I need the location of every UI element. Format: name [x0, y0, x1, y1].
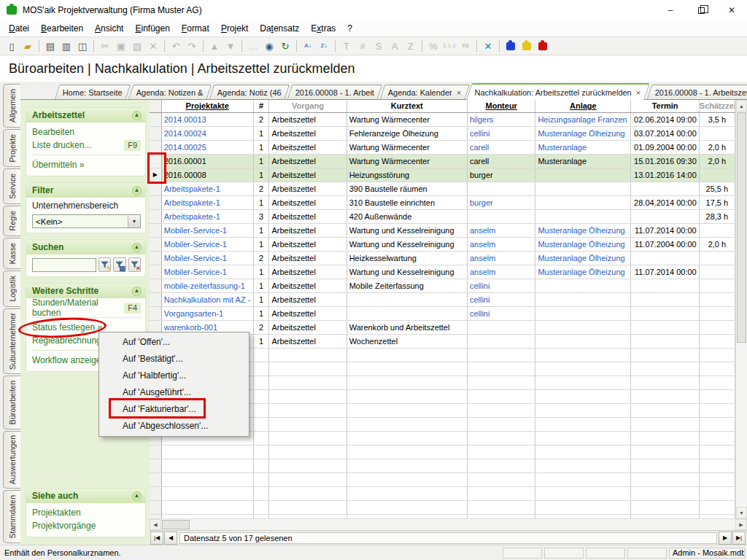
menu-datei[interactable]: Datei [3, 22, 35, 35]
workflow-tab-logistik[interactable]: Logistik [3, 271, 20, 307]
next-record-button[interactable]: ▶ [719, 532, 732, 545]
workflow-tab-regie[interactable]: Regie [3, 206, 20, 236]
panel-link-projektakten[interactable]: Projektakten [32, 506, 141, 519]
cell-monteur[interactable]: anselm [468, 252, 536, 265]
workflow-tab-service[interactable]: Service [3, 168, 20, 204]
cell-projektakte[interactable]: Mobiler-Service-1 [162, 252, 254, 265]
new-document-icon[interactable]: ▯ [4, 39, 20, 53]
tab-home-startseite[interactable]: Home: Startseite [55, 85, 131, 99]
row-selector[interactable] [150, 265, 162, 279]
tab-close-icon[interactable]: × [636, 88, 640, 97]
filter-form-button[interactable]: ▤ [113, 257, 125, 272]
unternehmensbereich-select[interactable]: <Kein> ▼ [32, 214, 141, 228]
cell-projektakte[interactable]: Arbeitspakete-1 [162, 196, 254, 209]
apply-filter-button[interactable]: ϟ [98, 257, 111, 272]
cell-anlage[interactable]: Heizungsanlage Franzen [535, 113, 631, 126]
column-header-nr[interactable]: # [254, 100, 270, 112]
cell-monteur[interactable]: carell [468, 155, 536, 168]
cell-projektakte[interactable]: Vorgangsarten-1 [162, 307, 254, 320]
puzzle-yellow-icon[interactable] [519, 39, 535, 53]
menu-datensatz[interactable]: Datensatz [254, 22, 305, 35]
refresh-icon[interactable]: ↻ [277, 39, 293, 53]
cell-projektakte[interactable]: 2014.00013 [162, 113, 254, 126]
sort-descending-icon[interactable]: Z↓ [316, 39, 332, 53]
menu-extras[interactable]: Extras [305, 22, 341, 35]
row-selector[interactable] [150, 182, 162, 195]
tab-nachkalkulation-arbeitszettel-zur-ckmelden[interactable]: Nachkalkulation: Arbeitszettel zurückmel… [467, 83, 650, 100]
sort-ascending-icon[interactable]: A↓ [300, 39, 316, 53]
section-header[interactable]: Suchen ▲ [26, 240, 145, 254]
horizontal-scrollbar[interactable]: ◀ ▶ [150, 518, 747, 530]
dropdown-arrow-icon[interactable]: ▼ [128, 215, 140, 228]
cell-projektakte[interactable]: Arbeitspakete-1 [162, 210, 254, 223]
tab-agenda-kalender[interactable]: Agenda: Kalender× [380, 85, 470, 99]
cell-monteur[interactable]: anselm [468, 265, 536, 279]
panel-link-stunden-material-buchen[interactable]: Stunden/Material buchenF4 [32, 301, 141, 314]
close-button[interactable]: ✕ [716, 0, 747, 20]
scroll-right-icon[interactable]: ▶ [735, 519, 747, 530]
cell-projektakte[interactable]: 2014.00025 [162, 141, 254, 154]
workflow-tab-b-roarbeiten[interactable]: Büroarbeiten [3, 376, 20, 429]
column-header-monteur[interactable]: Monteur [468, 100, 535, 112]
scroll-down-icon[interactable]: ▼ [736, 507, 747, 518]
cell-monteur[interactable]: carell [468, 141, 536, 154]
cell-projektakte[interactable]: 2014.00024 [162, 127, 254, 140]
section-header[interactable]: Arbeitszettel ▲ [26, 108, 145, 122]
tab-close-icon[interactable]: × [457, 88, 461, 97]
open-folder-icon[interactable]: ▰ [20, 39, 36, 53]
cell-projektakte[interactable]: Mobiler-Service-1 [162, 238, 254, 251]
cell-projektakte[interactable]: 2016.00001 [162, 155, 254, 168]
workflow-tab-subunternehmer[interactable]: Subunternehmer [3, 308, 20, 375]
section-header[interactable]: Siehe auch ▲ [26, 489, 145, 503]
cell-anlage[interactable]: Musteranlage [535, 141, 631, 154]
row-selector[interactable] [150, 293, 162, 306]
cell-projektakte[interactable]: Nachkalkulation mit AZ - 1 [162, 293, 254, 306]
print-preview-icon[interactable]: ◫ [74, 39, 90, 53]
workflow-tab-auswertungen[interactable]: Auswertungen [3, 431, 20, 489]
row-selector[interactable] [150, 141, 162, 154]
cell-monteur[interactable]: burger [468, 196, 536, 209]
cell-anlage[interactable]: Musteranlage Ölheizung [535, 265, 631, 279]
section-header[interactable]: Weitere Schritte ▲ [26, 284, 145, 298]
scroll-left-icon[interactable]: ◀ [150, 519, 161, 530]
workflow-tab-projekte[interactable]: Projekte [3, 129, 20, 167]
vertical-scrollbar[interactable]: ▲ ▼ [735, 100, 747, 518]
cell-monteur[interactable]: cellini [468, 127, 536, 140]
cell-anlage[interactable]: Musteranlage [535, 155, 631, 168]
cell-anlage[interactable]: Musteranlage Ölheizung [535, 224, 631, 237]
panel-link-bermitteln[interactable]: Übermitteln » [32, 158, 141, 171]
row-selector[interactable] [150, 459, 162, 472]
menu-ansicht[interactable]: Ansicht [89, 22, 129, 35]
row-selector[interactable] [150, 155, 162, 168]
menu-?[interactable]: ? [341, 22, 358, 35]
row-selector[interactable] [150, 487, 162, 500]
restore-button[interactable] [686, 0, 716, 20]
cell-projektakte[interactable]: mobile-zeiterfassung-1 [162, 279, 254, 292]
cell-projektakte[interactable]: Arbeitspakete-1 [162, 182, 254, 195]
cell-monteur[interactable]: burger [468, 168, 536, 182]
cell-monteur[interactable]: cellini [468, 279, 536, 292]
column-header-schaetzzeit[interactable]: Schätzzeit [700, 100, 735, 112]
cell-monteur[interactable]: anselm [468, 224, 536, 237]
panel-link-projektvorg-nge[interactable]: Projektvorgänge [32, 519, 141, 532]
context-menu-item-auf-ausgef-hrt[interactable]: Auf 'Ausgeführt'... [99, 384, 249, 401]
horizontal-scroll-thumb[interactable] [162, 520, 190, 529]
row-selector[interactable] [150, 473, 162, 486]
row-selector[interactable] [150, 238, 162, 251]
collapse-icon[interactable]: ▲ [132, 111, 142, 120]
search-input[interactable] [32, 258, 96, 272]
menu-einf-gen[interactable]: Einfügen [129, 22, 175, 35]
vertical-scroll-thumb[interactable] [737, 112, 746, 343]
cell-monteur[interactable]: cellini [468, 307, 536, 320]
tab-agenda-notizen[interactable]: Agenda: Notizen & [128, 85, 212, 99]
column-header-termin[interactable]: Termin [631, 100, 699, 112]
puzzle-blue-icon[interactable] [503, 39, 519, 53]
collapse-icon[interactable]: ▲ [132, 287, 142, 296]
column-header-kurztext[interactable]: Kurztext [347, 100, 468, 112]
context-menu-item-auf-fakturierbar[interactable]: Auf 'Fakturierbar'... [99, 401, 249, 418]
crossed-tools-icon[interactable]: ✕ [480, 39, 496, 53]
current-record-marker[interactable]: ▶ [150, 168, 162, 182]
section-header[interactable]: Filter ▲ [26, 183, 145, 198]
cell-monteur[interactable]: hilgers [468, 113, 536, 126]
row-selector[interactable] [150, 279, 162, 292]
